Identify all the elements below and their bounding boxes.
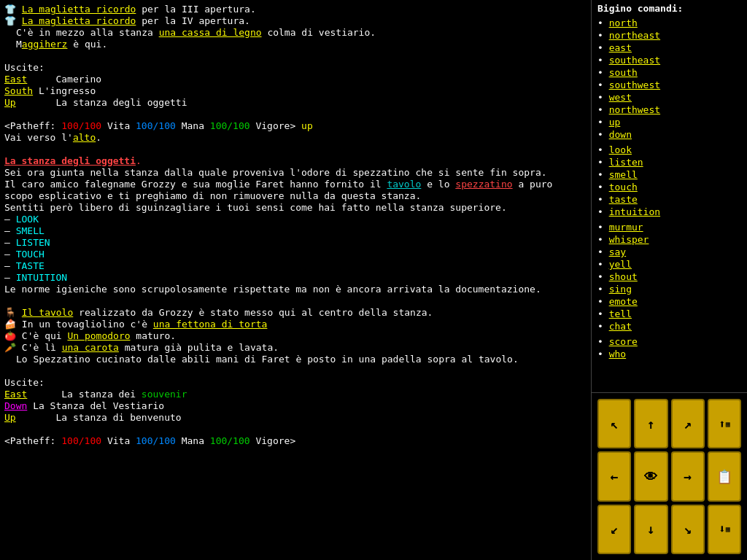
nav-e-button[interactable]: → — [671, 451, 705, 501]
room-cmd5: – TASTE — [4, 260, 587, 271]
nav-ne-button[interactable]: ↗ — [671, 399, 705, 448]
room-cmd6: – INTUITION — [4, 272, 587, 283]
senses-list: • look • listen • smell • touch • taste … — [597, 144, 741, 218]
room-cmd2: – SMELL — [4, 225, 587, 236]
link-pomodoro[interactable]: Un pomodoro — [67, 330, 130, 341]
room-desc2: Il caro amico falegname Grozzy e sua mog… — [4, 179, 587, 190]
link-tavolo[interactable]: Il tavolo — [22, 307, 73, 318]
info-who[interactable]: • who — [597, 348, 741, 360]
nav-sw-button[interactable]: ↙ — [597, 505, 631, 554]
sense-smell[interactable]: • smell — [597, 168, 741, 181]
line-maggiherz: Maggiherz è qui. — [4, 39, 587, 50]
speech-list: • murmur • whisper • say • yell • shout … — [597, 221, 741, 332]
sense-touch[interactable]: • touch — [597, 181, 741, 193]
room-desc4: Sentiti però libero di sguinzagliare i t… — [4, 202, 587, 213]
exit2-down-link[interactable]: Down — [4, 400, 27, 411]
exit-up-dest: La stanza degli oggetti — [55, 97, 187, 108]
sense-look[interactable]: • look — [597, 144, 741, 156]
speech-murmur[interactable]: • murmur — [597, 221, 741, 233]
uscite-label1: Uscite: — [4, 62, 587, 73]
dir-down[interactable]: • down — [597, 128, 741, 141]
link-maglietta1[interactable]: La maglietta ricordo — [22, 4, 136, 15]
link-maggiherz[interactable]: aggiherz — [22, 39, 68, 50]
right-panel: Bigino comandi: • north • northeast • ea… — [591, 0, 747, 560]
room-desc3: scopo esplicativo e ti preghiamo di non … — [4, 190, 587, 201]
exit-up-link[interactable]: Up — [4, 97, 16, 108]
dir-northeast[interactable]: • northeast — [597, 29, 741, 42]
room-cmd3: – LISTEN — [4, 237, 587, 248]
exit-east-dest: Camerino — [55, 74, 101, 85]
speech-sing[interactable]: • sing — [597, 283, 741, 295]
room-desc5: Le norme igieniche sono scrupolosamente … — [4, 284, 587, 295]
dir-east[interactable]: • east — [597, 42, 741, 54]
room-desc1: Sei ora giunta nella stanza dalla quale … — [4, 167, 587, 178]
nav-buttons-panel: ↖ ↑ ↗ ⬆▦ ← 👁 → 📋 ↙ ↓ ↘ ⬇▦ — [592, 392, 747, 560]
speech-shout[interactable]: • shout — [597, 271, 741, 283]
dir-west[interactable]: • west — [597, 91, 741, 104]
commands-panel[interactable]: Bigino comandi: • north • northeast • ea… — [592, 0, 747, 392]
uscite-label2: Uscite: — [4, 377, 587, 388]
exit-south: South L'ingresso — [4, 85, 587, 96]
nav-s-button[interactable]: ↓ — [634, 505, 667, 554]
link-carota[interactable]: una carota — [62, 342, 119, 353]
exit-east-link[interactable]: East — [4, 74, 27, 85]
prompt1: <Patheff: 100/100 Vita 100/100 Mana 100/… — [4, 120, 587, 131]
exit-up: Up La stanza degli oggetti — [4, 97, 587, 108]
line-cassa: C'è in mezzo alla stanza una cassa di le… — [4, 27, 587, 38]
dir-up[interactable]: • up — [597, 116, 741, 128]
dir-south[interactable]: • south — [597, 66, 741, 79]
speech-chat[interactable]: • chat — [597, 320, 741, 332]
line-shirt2: 👕 La maglietta ricordo per la IV apertur… — [4, 15, 587, 26]
nav-w-button[interactable]: ← — [597, 451, 631, 501]
nav-nw-button[interactable]: ↖ — [597, 399, 631, 448]
line-vai-alto: Vai verso l'alto. — [4, 132, 587, 143]
nav-down-button[interactable]: ⬇▦ — [708, 505, 741, 554]
item-pomodoro: 🍅 C'è qui Un pomodoro maturo. — [4, 330, 587, 341]
info-score[interactable]: • score — [597, 335, 741, 348]
exit-south-link[interactable]: South — [4, 85, 33, 96]
commands-title: Bigino comandi: — [597, 3, 741, 14]
room-title: La stanza degli oggetti. — [4, 155, 587, 166]
nav-scroll-button[interactable]: 📋 — [708, 451, 741, 501]
line-shirt1: 👕 La maglietta ricordo per la III apertu… — [4, 4, 587, 15]
nav-n-button[interactable]: ↑ — [634, 399, 667, 448]
nav-se-button[interactable]: ↘ — [671, 505, 705, 554]
speech-say[interactable]: • say — [597, 246, 741, 258]
speech-yell[interactable]: • yell — [597, 258, 741, 271]
dir-southwest[interactable]: • southwest — [597, 79, 741, 91]
room-cmd1: – LOOK — [4, 214, 587, 225]
nav-up-button[interactable]: ⬆▦ — [708, 399, 741, 448]
item-torta: 🍰 In un tovagliolino c'è una fettona di … — [4, 319, 587, 330]
speech-emote[interactable]: • emote — [597, 295, 741, 308]
prompt2: <Patheff: 100/100 Vita 100/100 Mana 100/… — [4, 435, 587, 446]
dir-northwest[interactable]: • northwest — [597, 104, 741, 116]
exit2-up: Up La stanza di benvenuto — [4, 412, 587, 423]
exit-east: East Camerino — [4, 74, 587, 85]
exit-south-dest: L'ingresso — [39, 85, 96, 96]
exit2-up-link[interactable]: Up — [4, 412, 16, 423]
dir-southeast[interactable]: • southeast — [597, 54, 741, 66]
nav-look-button[interactable]: 👁 — [634, 451, 667, 501]
link-maglietta2[interactable]: La maglietta ricordo — [22, 15, 136, 26]
link-alto[interactable]: alto — [73, 132, 96, 143]
sense-intuition[interactable]: • intuition — [597, 206, 741, 218]
exit2-down: Down La Stanza del Vestiario — [4, 400, 587, 411]
main-text[interactable]: 👕 La maglietta ricordo per la III apertu… — [0, 0, 591, 560]
exit2-east: East La stanza dei souvenir — [4, 389, 587, 400]
link-torta[interactable]: una fettona di torta — [153, 319, 268, 330]
item-carota: 🥕 C'è lì una carota matura già pulita e … — [4, 342, 587, 353]
sense-listen[interactable]: • listen — [597, 156, 741, 168]
exit2-east-link[interactable]: East — [4, 389, 27, 400]
speech-whisper[interactable]: • whisper — [597, 233, 741, 246]
speech-tell[interactable]: • tell — [597, 308, 741, 320]
info-list: • score • who — [597, 335, 741, 360]
exit2-east-dest: souvenir — [142, 389, 187, 400]
room-cmd4: – TOUCH — [4, 249, 587, 260]
item-spezzatino: Lo Spezzatino cucinato dalle abili mani … — [4, 354, 587, 365]
item-tavolo: 🪑 Il tavolo realizzato da Grozzy è stato… — [4, 307, 587, 318]
main-panel: 👕 La maglietta ricordo per la III apertu… — [0, 0, 591, 560]
dir-north[interactable]: • north — [597, 17, 741, 29]
sense-taste[interactable]: • taste — [597, 193, 741, 206]
directions-list: • north • northeast • east • southeast •… — [597, 17, 741, 141]
link-cassa[interactable]: una cassa di legno — [159, 27, 262, 38]
